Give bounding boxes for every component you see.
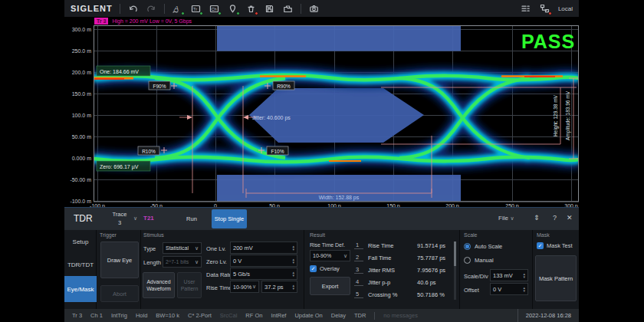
network-icon[interactable]	[539, 3, 550, 15]
camera-icon[interactable]	[308, 3, 320, 15]
height-annotation: Height: 129.38 mV	[553, 94, 559, 136]
svg-text:0.000 m: 0.000 m	[72, 156, 91, 161]
status-mode[interactable]: TDR	[354, 312, 366, 319]
mask-test-checkbox[interactable]: ✓ Mask Test	[537, 242, 573, 249]
result-table: 1Rise Time91.5714 ps 2Fall Time75.7787 p…	[354, 240, 452, 301]
panel-tabs: Setup TDR/TDT Eye/Mask	[64, 230, 97, 310]
toolbar-separator	[120, 4, 120, 14]
t21-label[interactable]: T21	[143, 215, 154, 222]
status-trigger[interactable]: IntTrig	[111, 312, 127, 319]
export-button[interactable]: Export	[310, 277, 350, 295]
manual-label: Manual	[475, 257, 494, 264]
trace-icon[interactable]: Tr	[190, 3, 202, 15]
advanced-waveform-button[interactable]: Advanced Waveform	[143, 272, 175, 298]
panel-header: TDR Trace3 ∨ T21 Run Stop Single File ∨ …	[64, 208, 579, 230]
r90-tag: R90%	[277, 84, 291, 89]
rise-time-def-dropdown[interactable]: 10-90%∨	[230, 281, 259, 293]
top-toolbar: SIGLENT A Tr Ch Local	[64, 0, 579, 17]
svg-text:-100.0 m: -100.0 m	[70, 199, 91, 204]
folder-icon[interactable]	[282, 3, 294, 15]
scale-div-label: Scale/Div	[464, 273, 488, 280]
trash-icon[interactable]	[245, 3, 257, 15]
r10-tag: R10%	[142, 149, 156, 154]
status-update[interactable]: Update On	[294, 312, 322, 319]
type-dropdown[interactable]: Statistical∨	[163, 242, 202, 254]
stop-single-button[interactable]: Stop Single	[212, 209, 247, 228]
status-cal[interactable]: C* 2-Port	[188, 312, 212, 319]
svg-text:100.0 m: 100.0 m	[72, 113, 91, 118]
toolbar-separator	[301, 4, 301, 14]
save-icon[interactable]	[264, 3, 275, 15]
data-rate-input[interactable]: 5 Gb/s▴▾	[230, 268, 297, 280]
length-label: Length	[143, 259, 161, 266]
status-intref[interactable]: IntRef	[271, 312, 286, 319]
trace-settings-text: High = 200 mV Low = 0V, 5 Gbps	[112, 18, 192, 24]
status-trace[interactable]: Tr 3	[72, 312, 82, 319]
waveform-icon[interactable]: A	[172, 3, 183, 15]
chevron-down-icon: ∨	[133, 215, 137, 222]
screen: SIGLENT A Tr Ch Local Tr 3 High = 200 mV…	[0, 0, 644, 322]
jitter-annotation: Jitter: 40.600 ps	[252, 115, 291, 121]
svg-text:50.00 m: 50.00 m	[72, 134, 91, 140]
local-mode-label[interactable]: Local	[558, 5, 573, 12]
help-icon[interactable]: ?	[553, 214, 557, 222]
scale-div-input[interactable]: 133 mV▴▾	[490, 269, 528, 281]
status-rf[interactable]: RF On	[245, 312, 262, 319]
toolbar-separator	[164, 4, 165, 14]
mask-top	[217, 26, 461, 51]
result-table-scrollbar[interactable]	[454, 242, 456, 300]
mask-pattern-button[interactable]: Mask Pattern	[535, 255, 577, 301]
svg-text:200.0 m: 200.0 m	[72, 70, 91, 75]
offset-label: Offset	[464, 287, 479, 294]
f90-tag: F90%	[153, 84, 166, 89]
status-channel[interactable]: Ch 1	[90, 312, 103, 319]
siglent-logo: SIGLENT	[71, 4, 113, 13]
run-button[interactable]: Run	[175, 211, 209, 227]
one-level-input[interactable]: 200 mV▴▾	[230, 242, 297, 254]
radio-selected-icon	[464, 243, 471, 250]
channel-icon[interactable]: Ch	[209, 3, 220, 15]
marker-icon[interactable]	[227, 3, 238, 15]
collapse-icon[interactable]: ⇕	[534, 214, 540, 222]
manual-scale-radio[interactable]: Manual	[464, 257, 494, 264]
rise-time-def-label: Rise Time Def.	[310, 242, 345, 248]
checkbox-checked-icon: ✓	[537, 242, 544, 249]
status-messages: no messages	[383, 312, 418, 319]
auto-scale-label: Auto Scale	[475, 243, 502, 250]
status-hold[interactable]: Hold	[136, 312, 147, 319]
result-section-title: Result	[310, 232, 325, 238]
tab-eye-mask[interactable]: Eye/Mask	[64, 276, 97, 302]
tab-tdr-tdt[interactable]: TDR/TDT	[64, 253, 97, 276]
list-icon[interactable]	[520, 3, 531, 15]
file-menu[interactable]: File ∨	[498, 214, 514, 222]
svg-text:250.0 m: 250.0 m	[72, 48, 91, 54]
y-axis-labels: 300.0 m 250.0 m 200.0 m 150.0 m 100.0 m …	[70, 27, 91, 204]
close-icon[interactable]: ✕	[567, 214, 573, 222]
auto-scale-radio[interactable]: Auto Scale	[464, 243, 502, 250]
svg-text:300.0 m: 300.0 m	[72, 27, 91, 32]
svg-text:-50.00 m: -50.00 m	[70, 177, 91, 182]
offset-input[interactable]: 0 V▴▾	[490, 283, 528, 295]
trace-select[interactable]: Trace3	[107, 210, 132, 227]
length-dropdown[interactable]: 2^7-1 bits∨	[163, 256, 202, 268]
trace-badge: Tr 3	[94, 18, 108, 25]
zero-level-input[interactable]: 0 V▴▾	[230, 255, 297, 267]
draw-eye-button[interactable]: Draw Eye	[100, 242, 139, 278]
user-pattern-button[interactable]: User Pattern	[177, 272, 202, 298]
status-srccal[interactable]: SrcCal	[220, 312, 238, 319]
result-def-dropdown[interactable]: 10-90%∨	[310, 250, 350, 261]
width-annotation: Width: 152.88 ps	[319, 195, 360, 201]
status-bandwidth[interactable]: BW=10 k	[156, 312, 179, 319]
status-bar: Tr 3 Ch 1 IntTrig Hold BW=10 k C* 2-Port…	[64, 309, 579, 322]
eye-diagram-area: Tr 3 High = 200 mV Low = 0V, 5 Gbps	[64, 17, 579, 207]
svg-text:150.0 m: 150.0 m	[72, 91, 91, 97]
status-delay[interactable]: Delay	[331, 312, 346, 319]
redo-icon[interactable]	[146, 3, 157, 15]
overlay-checkbox[interactable]: ✓ Overlay	[310, 265, 340, 272]
rise-time-input[interactable]: 37.2 ps▴▾	[261, 281, 297, 293]
checkbox-checked-icon: ✓	[310, 265, 317, 272]
svg-text:Tr: Tr	[193, 6, 197, 11]
tab-setup[interactable]: Setup	[64, 230, 97, 253]
undo-icon[interactable]	[127, 3, 139, 15]
abort-button[interactable]: Abort	[100, 285, 139, 302]
